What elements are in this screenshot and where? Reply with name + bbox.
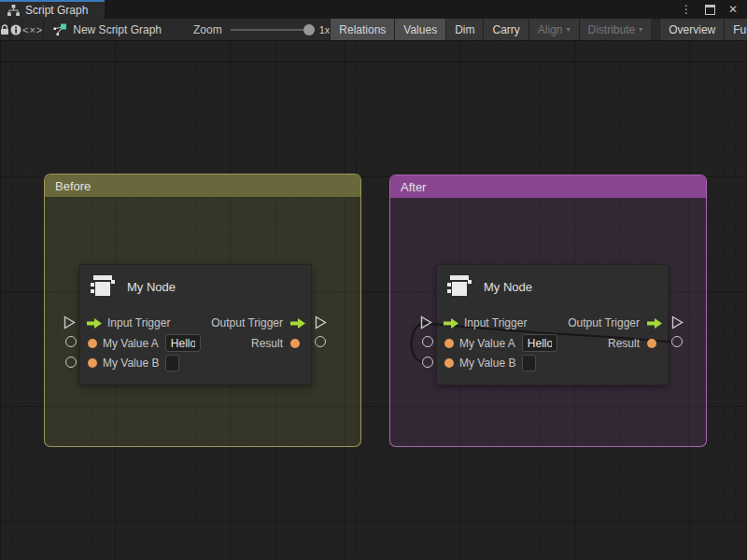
relations-button[interactable]: Relations [330,19,394,40]
group-after-title: After [401,180,426,194]
unit-icon [91,273,115,300]
carry-button[interactable]: Carry [483,19,528,40]
outer-value-a-port[interactable] [422,336,433,347]
value-a-field[interactable] [522,334,557,352]
fullscreen-label: Full Screen [733,23,747,36]
values-button[interactable]: Values [394,19,445,40]
node-my-node-after[interactable]: My Node Input Trigger Output Trigger My … [436,264,669,385]
value-b-field[interactable] [165,355,179,371]
control-input-icon[interactable] [444,318,458,329]
control-output-icon[interactable] [647,318,662,329]
outer-control-output-port[interactable] [671,315,684,329]
value-port-result-icon[interactable] [290,339,300,348]
graph-asset-icon [53,23,66,36]
value-port-a-icon[interactable] [88,339,97,348]
chevron-down-icon: ▾ [639,26,642,34]
values-label: Values [403,23,437,36]
outer-control-input-port[interactable] [63,315,76,329]
outer-result-port[interactable] [315,336,326,347]
zoom-slider-handle[interactable] [303,24,315,35]
graph-toolbar: <×> New Script Graph Zoom 1x Relations V… [0,19,747,41]
tab-script-graph[interactable]: Script Graph [0,0,105,19]
port-label-value-a: My Value A [103,337,159,350]
distribute-dropdown[interactable]: Distribute ▾ [579,19,652,40]
overview-button[interactable]: Overview [659,19,724,40]
port-label-output-trigger: Output Trigger [568,316,640,329]
port-label-value-b: My Value B [103,357,159,370]
info-button[interactable] [10,19,22,40]
zoom-label: Zoom [193,23,222,36]
outer-result-port[interactable] [671,336,683,347]
outer-control-output-port[interactable] [315,315,327,329]
value-port-result-icon[interactable] [647,339,656,348]
outer-value-a-port[interactable] [65,336,77,347]
align-dropdown[interactable]: Align ▾ [529,19,579,40]
node-title: My Node [484,280,532,294]
value-b-field[interactable] [522,355,536,371]
port-label-value-b: My Value B [459,357,515,370]
window-menu-icon[interactable]: ⋮ [681,4,692,15]
hierarchy-icon [7,5,20,16]
node-header: My Node [80,265,311,308]
info-icon [10,24,21,35]
lock-button[interactable] [0,19,10,40]
tab-title: Script Graph [25,4,88,17]
port-label-result: Result [251,337,283,350]
no-graph-indicator[interactable]: <×> [22,19,44,40]
control-output-icon[interactable] [290,318,305,329]
carry-label: Carry [492,23,519,36]
graph-name: New Script Graph [73,23,162,36]
zoom-control: Zoom 1x [193,19,330,40]
zoom-value: 1x [319,24,331,35]
zoom-slider[interactable] [231,29,311,31]
port-label-value-a: My Value A [459,337,515,350]
group-before-title: Before [55,179,91,193]
lock-icon [0,24,9,35]
value-port-b-icon[interactable] [444,358,454,368]
dim-button[interactable]: Dim [445,19,483,40]
overview-label: Overview [669,23,715,36]
distribute-label: Distribute [588,23,636,36]
outer-control-input-port[interactable] [420,315,432,329]
window-titlebar: Script Graph ⋮ ✕ [0,0,747,19]
relations-label: Relations [339,23,386,36]
value-port-b-icon[interactable] [88,358,97,368]
chevron-down-icon: ▾ [567,26,571,34]
node-title: My Node [127,280,176,294]
align-label: Align [538,23,563,36]
node-my-node-before[interactable]: My Node Input Trigger Output Trigger My … [79,264,312,385]
group-after-header[interactable]: After [390,175,706,198]
value-a-field[interactable] [165,334,201,352]
maximize-icon[interactable] [705,5,715,15]
dim-label: Dim [455,23,474,36]
code-badge-icon: <×> [22,24,43,35]
port-label-input-trigger: Input Trigger [464,316,527,329]
outer-value-b-port[interactable] [422,357,433,368]
fullscreen-button[interactable]: Full Screen [724,19,747,40]
control-input-icon[interactable] [87,318,102,329]
node-header: My Node [437,265,668,308]
port-label-result: Result [608,337,640,350]
group-before-header[interactable]: Before [45,175,360,197]
port-label-output-trigger: Output Trigger [211,316,283,329]
unit-icon [447,273,472,300]
port-label-input-trigger: Input Trigger [107,316,170,329]
graph-reference-button[interactable]: New Script Graph [44,19,171,40]
graph-canvas[interactable]: Before After My Node Input Trigger Outp [0,41,747,560]
value-port-a-icon[interactable] [444,339,454,348]
outer-value-b-port[interactable] [65,357,77,368]
close-icon[interactable]: ✕ [728,4,738,15]
